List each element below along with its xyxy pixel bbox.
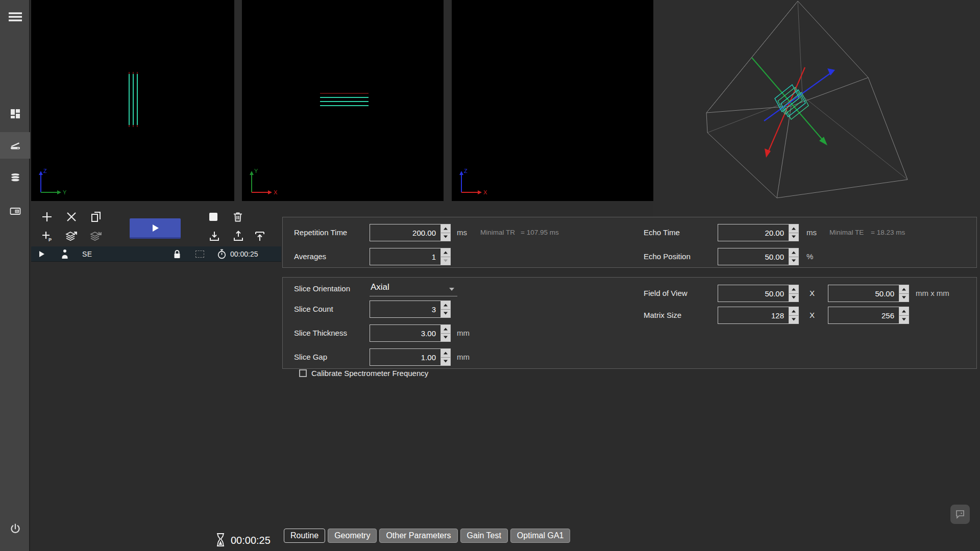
- chevron-down-icon: [449, 288, 454, 291]
- minimal-te-label: Minimal TE: [829, 224, 864, 241]
- spin-down-button[interactable]: [789, 257, 798, 265]
- spin-up-button[interactable]: [789, 285, 798, 294]
- sidebar-item-menu[interactable]: [0, 4, 30, 30]
- export-top-icon: [254, 230, 266, 242]
- download-button[interactable]: [208, 230, 220, 242]
- minimal-tr-label: Minimal TR: [480, 224, 515, 241]
- viewport-sagittal[interactable]: Z X: [452, 0, 653, 201]
- averages-input[interactable]: [370, 248, 441, 265]
- tab-optimal-ga1[interactable]: Optimal GA1: [510, 529, 571, 543]
- minimal-te-value: = 18.23 ms: [871, 224, 905, 241]
- spin-down-button[interactable]: [441, 257, 450, 265]
- tab-routine[interactable]: Routine: [284, 529, 325, 543]
- matrix-x-field: [718, 307, 799, 324]
- sequence-row[interactable]: SE 00:00:25: [31, 246, 281, 262]
- spin-down-button[interactable]: [789, 233, 798, 241]
- spin-down-button[interactable]: [441, 233, 450, 241]
- lower-layer-button[interactable]: [90, 230, 102, 242]
- fov-y-input[interactable]: [828, 285, 899, 302]
- spin-up-button[interactable]: [789, 248, 798, 257]
- add-button[interactable]: [41, 211, 53, 223]
- stopwatch-icon: [217, 246, 227, 262]
- spin-up-button[interactable]: [441, 248, 450, 257]
- slice-orientation-value: Axial: [371, 282, 389, 292]
- chat-fab-button[interactable]: [950, 504, 970, 524]
- echo-time-input[interactable]: [718, 224, 789, 241]
- matrix-x-input[interactable]: [718, 307, 789, 324]
- export-top-button[interactable]: [254, 230, 266, 242]
- copy-button[interactable]: [90, 211, 102, 223]
- raise-layer-button[interactable]: [65, 230, 78, 242]
- layers-down-icon: [90, 230, 102, 242]
- spin-down-button[interactable]: [899, 316, 909, 324]
- spin-down-button[interactable]: [441, 334, 450, 342]
- plus-p-icon: P: [41, 230, 53, 242]
- sidebar-item-records[interactable]: [0, 198, 30, 224]
- remove-button[interactable]: [65, 211, 78, 223]
- spin-up-button[interactable]: [441, 349, 450, 358]
- axis-label-horizontal: Y: [63, 189, 67, 195]
- spin-up-button[interactable]: [899, 285, 909, 294]
- repetition-time-input[interactable]: [370, 224, 441, 241]
- matrix-y-input[interactable]: [828, 307, 899, 324]
- checkbox-unchecked[interactable]: [299, 369, 307, 377]
- spin-down-button[interactable]: [789, 316, 798, 324]
- slice-thickness-input[interactable]: [370, 324, 441, 342]
- spin-up-button[interactable]: [441, 325, 450, 334]
- fov-separator: X: [810, 285, 815, 302]
- viewport-3d[interactable]: [653, 0, 980, 217]
- sequence-play-icon: [39, 246, 45, 262]
- param-tabs: RoutineGeometryOther ParametersGain Test…: [284, 529, 570, 543]
- averages-label: Averages: [294, 248, 326, 265]
- viewport-coronal[interactable]: Z Y: [31, 0, 234, 201]
- timing-parameters-group: Repetition Time ms Minimal TR = 107.95 m…: [282, 217, 977, 268]
- calibrate-frequency-checkbox-row[interactable]: Calibrate Spectrometer Frequency: [299, 369, 428, 378]
- spin-down-button[interactable]: [441, 358, 450, 366]
- tab-gain-test[interactable]: Gain Test: [460, 529, 508, 543]
- repetition-time-field: [370, 224, 451, 241]
- slice-gap-input[interactable]: [370, 348, 441, 366]
- echo-position-input[interactable]: [718, 248, 789, 265]
- upload-icon: [232, 230, 244, 242]
- dashboard-icon: [9, 108, 21, 120]
- axis-label-horizontal: X: [483, 189, 487, 195]
- play-icon: [150, 223, 160, 233]
- fov-y-field: [828, 285, 909, 302]
- sidebar-item-dashboard[interactable]: [0, 101, 30, 127]
- spin-up-button[interactable]: [441, 301, 450, 310]
- spin-up-button[interactable]: [899, 307, 909, 316]
- scan-elapsed-time: 00:00:25: [231, 535, 271, 546]
- upload-button[interactable]: [232, 230, 244, 242]
- tab-other-parameters[interactable]: Other Parameters: [379, 529, 457, 543]
- hourglass-icon: [215, 533, 226, 547]
- stop-button[interactable]: [207, 211, 219, 223]
- spin-up-button[interactable]: [789, 307, 798, 316]
- axis-label-horizontal: X: [274, 189, 278, 195]
- records-card-icon: [9, 205, 21, 217]
- tab-geometry[interactable]: Geometry: [328, 529, 377, 543]
- sidebar-item-scanner[interactable]: [0, 132, 30, 159]
- slice-frame-line: [320, 93, 369, 94]
- lock-icon: [173, 246, 181, 262]
- geometry-parameters-group: Slice Orientation Axial Field of View X …: [282, 277, 977, 369]
- sidebar-item-database[interactable]: [0, 164, 30, 191]
- calibrate-frequency-label: Calibrate Spectrometer Frequency: [311, 369, 428, 378]
- spin-down-button[interactable]: [441, 310, 450, 318]
- echo-time-field: [718, 224, 799, 241]
- spin-up-button[interactable]: [441, 224, 450, 233]
- stop-icon: [207, 211, 219, 223]
- trash-button[interactable]: [232, 211, 244, 223]
- slice-count-input[interactable]: [370, 300, 441, 318]
- viewport-axial[interactable]: Y X: [242, 0, 444, 201]
- slice-thickness-label: Slice Thickness: [294, 324, 347, 342]
- sidebar-item-power[interactable]: [0, 515, 30, 542]
- fov-x-input[interactable]: [718, 285, 789, 302]
- run-button[interactable]: [130, 218, 181, 239]
- sequence-name: SE: [82, 246, 92, 262]
- power-icon: [9, 522, 21, 535]
- spin-up-button[interactable]: [789, 224, 798, 233]
- chat-bubble-icon: [955, 509, 965, 519]
- add-protocol-button[interactable]: P: [41, 230, 53, 242]
- slice-orientation-dropdown[interactable]: Axial: [370, 281, 457, 296]
- echo-position-label: Echo Position: [644, 248, 691, 265]
